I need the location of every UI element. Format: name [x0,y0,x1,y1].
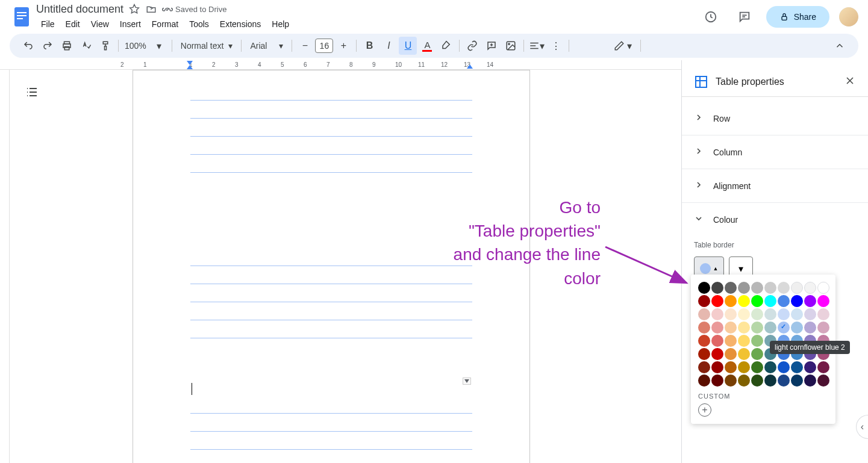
font-size-increase-button[interactable]: + [334,37,352,55]
horizontal-ruler[interactable]: 2 1 1 2 3 4 5 6 7 8 9 10 11 12 13 14 [0,60,681,70]
color-swatch[interactable] [751,322,763,334]
table-row[interactable] [190,320,472,338]
color-swatch[interactable] [778,374,790,387]
color-swatch[interactable] [738,295,750,307]
underline-button[interactable]: U [399,37,417,55]
color-swatch[interactable] [698,361,710,373]
color-swatch[interactable] [764,282,776,294]
paint-format-button[interactable] [96,37,114,55]
link-button[interactable] [463,37,481,55]
color-swatch[interactable] [791,282,803,294]
color-swatch[interactable] [804,322,816,334]
move-icon[interactable] [145,3,157,15]
redo-button[interactable] [39,37,57,55]
color-swatch[interactable] [711,308,723,320]
star-icon[interactable] [128,3,140,15]
color-swatch[interactable] [817,295,829,307]
section-colour[interactable]: Colour [682,203,868,236]
more-button[interactable]: ⋮ [547,37,565,55]
color-swatch[interactable] [751,335,763,347]
font-dropdown[interactable]: Arial▾ [245,41,288,51]
color-swatch[interactable] [764,322,776,334]
color-swatch[interactable] [791,295,803,307]
color-swatch[interactable] [764,361,776,373]
table-row[interactable] [190,450,472,463]
color-swatch[interactable] [778,295,790,307]
color-swatch[interactable] [778,308,790,320]
color-swatch[interactable] [711,282,723,294]
table-row[interactable] [190,82,472,101]
align-button[interactable]: ▾ [528,37,546,55]
share-button[interactable]: Share [766,6,829,28]
color-swatch[interactable] [711,322,723,334]
color-swatch[interactable] [711,335,723,347]
color-swatch[interactable] [711,374,723,387]
color-swatch[interactable] [764,308,776,320]
color-swatch[interactable] [725,348,737,360]
comments-icon[interactable] [732,5,757,29]
color-swatch[interactable] [804,295,816,307]
table-row[interactable] [190,119,472,137]
table-row[interactable] [190,432,472,450]
menu-format[interactable]: Format [147,17,183,31]
color-swatch[interactable] [711,361,723,373]
table-row[interactable] [190,396,472,414]
color-swatch[interactable] [791,361,803,373]
menu-help[interactable]: Help [267,17,294,31]
table-row[interactable] [190,302,472,320]
color-swatch[interactable] [791,308,803,320]
color-swatch[interactable] [698,295,710,307]
vertical-ruler[interactable] [0,70,10,463]
avatar[interactable] [839,7,858,26]
menu-extensions[interactable]: Extensions [215,17,266,31]
color-swatch[interactable] [738,374,750,387]
history-icon[interactable] [699,5,723,29]
paragraph-style-dropdown[interactable]: Normal text▾ [176,41,238,51]
color-swatch[interactable] [751,308,763,320]
text-color-button[interactable]: A [418,37,436,55]
color-swatch[interactable] [725,308,737,320]
print-button[interactable] [58,37,76,55]
color-swatch[interactable] [804,282,816,294]
color-swatch[interactable] [764,374,776,387]
color-swatch[interactable] [817,322,829,334]
saved-status[interactable]: Saved to Drive [162,4,226,14]
image-button[interactable] [502,37,520,55]
color-swatch[interactable] [804,374,816,387]
zoom-dropdown[interactable]: 100% [122,41,149,51]
section-alignment[interactable]: Alignment [682,169,868,203]
color-swatch[interactable] [725,374,737,387]
table-row[interactable] [190,101,472,119]
color-swatch[interactable] [725,335,737,347]
color-swatch[interactable] [711,295,723,307]
color-swatch[interactable] [725,282,737,294]
menu-tools[interactable]: Tools [184,17,214,31]
color-swatch[interactable] [698,282,710,294]
color-swatch[interactable] [751,361,763,373]
indent-marker-left[interactable] [187,61,194,69]
color-swatch[interactable] [791,322,803,334]
color-swatch[interactable] [711,348,723,360]
zoom-chevron-icon[interactable]: ▾ [150,37,168,55]
comment-button[interactable] [482,37,501,55]
undo-button[interactable] [19,37,37,55]
section-row[interactable]: Row [682,102,868,135]
color-swatch[interactable] [751,374,763,387]
color-swatch[interactable] [804,308,816,320]
row-handle-icon[interactable] [463,378,471,385]
color-swatch[interactable] [725,361,737,373]
color-swatch[interactable] [817,308,829,320]
color-swatch[interactable] [791,374,803,387]
bold-button[interactable]: B [360,37,378,55]
spellcheck-button[interactable] [77,37,95,55]
table-row[interactable] [190,137,472,155]
indent-marker-right[interactable] [467,64,474,69]
color-swatch[interactable] [698,374,710,387]
color-swatch[interactable] [817,282,829,294]
font-size-input[interactable] [315,39,333,53]
color-swatch[interactable] [738,348,750,360]
italic-button[interactable]: I [379,37,398,55]
doc-title[interactable]: Untitled document [36,3,123,16]
docs-logo-icon[interactable] [10,5,34,29]
color-swatch[interactable] [698,322,710,334]
